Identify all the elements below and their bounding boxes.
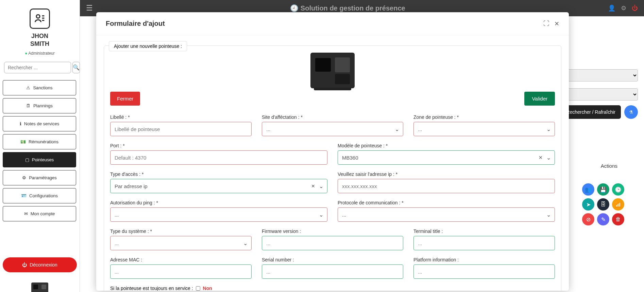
device-image <box>310 53 355 88</box>
ping-label: Autorisation du ping : * <box>110 200 327 205</box>
tablet-icon: ▢ <box>25 157 29 162</box>
site-select[interactable]: ... <box>262 122 403 136</box>
search-input[interactable] <box>4 62 71 73</box>
sidebar-item-sanctions[interactable]: ⚠Sanctions <box>3 80 76 95</box>
sidebar-item-configurations[interactable]: 🪪Configurations <box>3 188 76 203</box>
add-device-modal: Formulaire d'ajout ⛶ ✕ Ajouter une nouve… <box>96 12 569 291</box>
modal-header: Formulaire d'ajout ⛶ ✕ <box>96 12 569 35</box>
inservice-label: Si la pointeuse est toujours en service … <box>110 286 193 291</box>
sidebar-item-parametrages[interactable]: ⚙Paramétrages <box>3 170 76 185</box>
mac-label: Adresse MAC : <box>110 257 252 262</box>
mail-icon: ✉ <box>24 211 28 216</box>
calendar-icon: 🗓 <box>26 103 31 108</box>
ping-select[interactable]: ... <box>110 207 327 222</box>
ip-label: Veuillez saisir l'adresse ip : * <box>338 171 555 177</box>
svg-point-0 <box>36 15 40 18</box>
port-label: Port : * <box>110 143 327 148</box>
avatar <box>30 8 50 29</box>
ip-input[interactable] <box>338 179 555 193</box>
power-off-icon[interactable]: ⏻ <box>632 5 638 12</box>
serial-input[interactable] <box>262 264 403 279</box>
hamburger-icon[interactable]: ☰ <box>86 4 93 13</box>
sidebar-item-remunerations[interactable]: 💵Rémunérations <box>3 134 76 149</box>
modal-body[interactable]: Ajouter une nouvelle pointeuse : Fermer … <box>96 35 569 291</box>
wifi-icon[interactable]: 📶 <box>612 198 624 211</box>
logout-button[interactable]: ⏻Déconnexion <box>3 257 77 272</box>
access-select[interactable]: Par adresse ip <box>110 179 327 193</box>
clear-icon[interactable]: ✕ <box>311 183 315 189</box>
modele-label: Modèle de pointeuse : * <box>338 143 555 148</box>
user-name: JHONSMITH <box>3 32 77 48</box>
device-thumbnail <box>31 282 48 292</box>
warning-icon: ⚠ <box>26 85 30 90</box>
fieldset: Ajouter une nouvelle pointeuse : Fermer … <box>104 45 561 291</box>
sliders-icon: ⚙ <box>22 175 26 180</box>
sidebar: JHONSMITH Administrateur 🔍 ⚠Sanctions 🗓P… <box>0 0 80 292</box>
expand-icon[interactable]: ⛶ <box>543 20 549 27</box>
user-role: Administrateur <box>3 51 77 56</box>
firmware-input[interactable] <box>262 236 403 250</box>
sidebar-item-label: Notes de services <box>24 121 59 126</box>
modal-title: Formulaire d'ajout <box>106 20 539 28</box>
site-label: Site d'afféctation : * <box>262 114 403 120</box>
clock-icon[interactable]: 🕒 <box>612 183 624 196</box>
close-icon[interactable]: ✕ <box>554 20 559 28</box>
zone-select[interactable]: ... <box>413 122 555 136</box>
clock-icon: 🕘 <box>290 4 299 12</box>
alert-icon[interactable]: ⊘ <box>582 213 594 225</box>
libelle-label: Libellé : * <box>110 114 252 120</box>
port-input[interactable] <box>110 150 327 165</box>
delete-icon[interactable]: 🗑 <box>612 213 624 225</box>
actions-column-header: Actions <box>601 163 617 169</box>
filter-button[interactable]: ⚗ <box>624 105 638 119</box>
terminal-input[interactable] <box>413 236 555 250</box>
inservice-checkbox[interactable] <box>196 286 200 291</box>
libelle-input[interactable] <box>110 122 252 136</box>
clear-icon[interactable]: ✕ <box>539 155 543 160</box>
sys-label: Type du système : * <box>110 229 252 234</box>
settings-icon[interactable]: ⚙ <box>621 4 626 12</box>
sidebar-item-notes[interactable]: ℹNotes de services <box>3 116 76 131</box>
serial-label: Serial number : <box>262 257 403 262</box>
info-icon: ℹ <box>20 121 21 126</box>
platform-label: Platform information : <box>413 257 555 262</box>
close-button[interactable]: Fermer <box>110 92 140 106</box>
modele-select[interactable]: MB360 <box>338 150 555 165</box>
mac-input[interactable] <box>110 264 252 279</box>
sys-select[interactable]: ... <box>110 236 252 250</box>
fieldset-legend: Ajouter une nouvelle pointeuse : <box>109 41 187 51</box>
sidebar-item-moncompte[interactable]: ✉Mon compte <box>3 206 76 221</box>
user-icon[interactable]: 👤 <box>608 4 615 12</box>
sidebar-item-label: Mon compte <box>31 211 55 216</box>
inservice-row: Si la pointeuse est toujours en service … <box>110 286 555 291</box>
inservice-value: Non <box>203 286 212 291</box>
nav-list[interactable]: ⚠Sanctions 🗓Plannings ℹNotes de services… <box>3 77 77 254</box>
money-icon: 💵 <box>20 139 26 144</box>
sidebar-item-plannings[interactable]: 🗓Plannings <box>3 98 76 113</box>
term-label: Terminal title : <box>413 229 555 234</box>
send-icon[interactable]: ➤ <box>582 198 594 211</box>
edit-icon[interactable]: ✎ <box>597 213 609 225</box>
platform-input[interactable] <box>413 264 555 279</box>
idcard-icon: 🪪 <box>21 193 27 198</box>
access-label: Type d'accès : * <box>110 171 327 177</box>
app-title: 🕘 Solution de gestion de présence <box>93 4 603 12</box>
sidebar-item-label: Sanctions <box>33 85 52 90</box>
database-icon[interactable]: 🗄 <box>597 198 609 211</box>
sidebar-item-label: Rémunérations <box>29 139 58 144</box>
sidebar-item-pointeuses[interactable]: ▢Pointeuses <box>3 152 76 167</box>
sidebar-item-label: Plannings <box>33 103 53 108</box>
search-button[interactable]: 🔍 <box>72 62 80 73</box>
submit-button[interactable]: Valider <box>524 92 555 106</box>
fw-label: Firmware version : <box>262 229 403 234</box>
proto-select[interactable]: ... <box>338 207 555 222</box>
search-icon: 🔍 <box>73 65 80 70</box>
save-icon[interactable]: 💾 <box>597 183 609 196</box>
power-icon: ⏻ <box>22 262 27 268</box>
sidebar-item-label: Pointeuses <box>32 157 54 162</box>
funnel-icon: ⚗ <box>629 110 633 115</box>
sidebar-item-label: Paramétrages <box>29 175 57 180</box>
proto-label: Protocole de communication : * <box>338 200 555 205</box>
zone-label: Zone de pointeuse : * <box>413 114 555 120</box>
users-icon[interactable]: 👥 <box>582 183 594 196</box>
